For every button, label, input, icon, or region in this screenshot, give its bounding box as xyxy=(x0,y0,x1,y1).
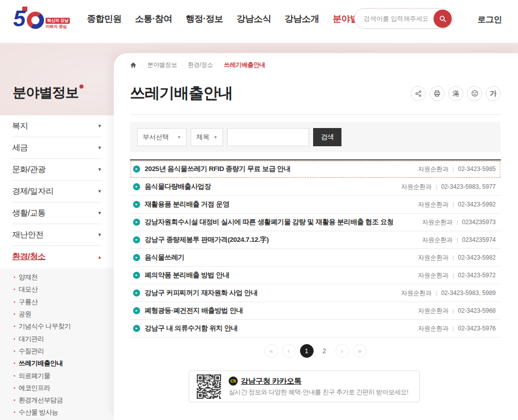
satisfaction-button[interactable] xyxy=(467,86,482,101)
arrow-icon: ▸ xyxy=(133,289,140,297)
main-nav-item[interactable]: 종합민원 xyxy=(84,11,124,27)
logo-number-5: 5 xyxy=(13,8,25,30)
sidebar-submenu-item[interactable]: •양재천 xyxy=(0,271,114,283)
top-header: 5 혁신의 강남 미래의 중심 종합민원소통·참여행정·정보강남소식강남소개분야… xyxy=(0,0,518,43)
board-row[interactable]: ▸폐의약품 분리배출 방법 안내자원순환과|02-3423-5972 xyxy=(130,267,501,284)
sidebar-submenu-item[interactable]: •구룡산 xyxy=(0,296,114,308)
sidebar-submenu-label: 에코인프라 xyxy=(19,384,51,393)
board-row-phone: 02-3423-5992 xyxy=(458,201,496,208)
page-tools: 滿 가 xyxy=(411,86,501,101)
font-size-button[interactable]: 가 xyxy=(486,86,501,101)
board-row[interactable]: ▸강남구 종량제봉투 판매가격(2024.7.12.字)자원순환과|023423… xyxy=(130,231,501,249)
board-row-title[interactable]: 강남구 커피찌꺼기 재자원화 사업 안내 xyxy=(145,288,401,298)
bullet-icon: • xyxy=(14,410,15,415)
main-nav-item[interactable]: 강남소식 xyxy=(234,11,274,27)
printer-icon xyxy=(434,90,441,97)
board-row-title[interactable]: 강남구 내 의류수거함 위치 안내 xyxy=(145,324,418,333)
sidebar-submenu-item[interactable]: •기념식수 나무찾기 xyxy=(0,320,114,332)
sidebar-submenu-item[interactable]: •환경개선부담금 xyxy=(0,394,114,406)
sidebar-menu-item[interactable]: 생활/교통▼ xyxy=(12,202,102,224)
main-nav-item[interactable]: 강남소개 xyxy=(282,11,322,27)
print-button[interactable] xyxy=(429,86,445,101)
hanja-button[interactable]: 滿 xyxy=(448,86,463,101)
board-row[interactable]: ▸재활용품 분리배출 거점 운영자원순환과|02-3423-5992 xyxy=(130,196,501,214)
share-button[interactable] xyxy=(411,86,426,101)
board-search-button[interactable]: 검색 xyxy=(313,128,341,146)
sidebar-submenu-item[interactable]: •대기관리 xyxy=(0,332,114,345)
login-button[interactable]: 로그인 xyxy=(478,14,502,25)
bullet-icon: • xyxy=(14,300,15,305)
breadcrumb-item: 쓰레기배출안내 xyxy=(224,61,265,69)
sidebar-menu-item[interactable]: 문화/관광▼ xyxy=(12,159,102,181)
pagination-page-button[interactable]: 1 xyxy=(300,344,314,358)
search-field-select[interactable]: 제목▼ xyxy=(191,128,223,146)
pagination-first-button[interactable]: « xyxy=(265,344,278,358)
department-select[interactable]: 부서선택▼ xyxy=(137,128,187,146)
meta-separator: | xyxy=(452,308,454,314)
board-row-title[interactable]: 강남자원회수시설 대정비 실시에 따른 생활폐기물 감량 및 재활용 분리배출 … xyxy=(145,218,422,227)
board-row-title[interactable]: 재활용품 분리배출 거점 운영 xyxy=(145,200,418,209)
site-logo[interactable]: 5 혁신의 강남 미래의 중심 xyxy=(13,7,74,36)
pagination-page-button[interactable]: 2 xyxy=(318,344,331,358)
pagination-prev-button[interactable]: ‹ xyxy=(282,344,296,358)
breadcrumb-item[interactable]: 분야별정보 xyxy=(147,61,177,69)
pagination-last-button[interactable]: » xyxy=(353,344,367,358)
sidebar-submenu-item[interactable]: •대모산 xyxy=(0,283,114,296)
chevron-down-icon: ▼ xyxy=(98,189,102,194)
meta-separator: | xyxy=(456,219,458,225)
content-card: ·분야별정보·환경/청소·쓰레기배출안내 쓰레기배출안내 xyxy=(114,53,518,420)
board-row-title[interactable]: 폐형광등·폐건전지 배출방법 안내 xyxy=(145,306,418,315)
board-row[interactable]: ▸강남구 내 의류수거함 위치 안내자원순환과|02-3423-5976 xyxy=(130,320,501,338)
meta-separator: | xyxy=(452,255,454,261)
sidebar-submenu-item[interactable]: •수질관리 xyxy=(0,345,114,357)
arrow-icon: ▸ xyxy=(133,201,140,208)
chevron-down-icon: ▼ xyxy=(98,145,102,150)
sidebar-submenu-item[interactable]: •수산물 방사능 xyxy=(0,406,114,418)
bullet-icon: • xyxy=(14,361,15,366)
board-row[interactable]: ▸2025년 음식물쓰레기 RFID 종량기 무료 보급 안내자원순환과|02-… xyxy=(130,160,501,178)
board-row[interactable]: ▸폐형광등·폐건전지 배출방법 안내자원순환과|02-3423-5968 xyxy=(130,302,501,320)
sidebar-submenu-item[interactable]: •에코인프라 xyxy=(0,382,114,394)
breadcrumb-home[interactable] xyxy=(130,62,137,68)
board-row-phone: 02-3423-5983, 5977 xyxy=(441,183,496,190)
bullet-icon: • xyxy=(14,373,15,379)
bullet-icon: • xyxy=(14,312,15,317)
main-nav-item[interactable]: 행정·정보 xyxy=(183,11,226,27)
sidebar-menu-item[interactable]: 경제/일자리▼ xyxy=(12,181,102,202)
sidebar-submenu-item[interactable]: •쓰레기배출안내 xyxy=(0,357,114,369)
board-row[interactable]: ▸강남구 커피찌꺼기 재자원화 사업 안내자원순환과|02-3423-5983,… xyxy=(130,284,501,302)
header-search-input[interactable] xyxy=(363,11,428,26)
chevron-down-icon: ▼ xyxy=(98,232,102,237)
bullet-icon: • xyxy=(14,324,15,329)
sidebar-menu-item[interactable]: 환경/청소▲ xyxy=(12,246,102,268)
board-row[interactable]: ▸음식물쓰레기자원순환과|02-3423-5982 xyxy=(130,249,501,267)
sidebar-menu-item[interactable]: 복지▼ xyxy=(12,115,102,137)
page: 5 혁신의 강남 미래의 중심 종합민원소통·참여행정·정보강남소식강남소개분야… xyxy=(0,0,518,420)
main-nav-item[interactable]: 소통·참여 xyxy=(132,11,175,27)
meta-separator: | xyxy=(452,272,454,278)
bullet-icon: • xyxy=(14,337,15,342)
board-row[interactable]: ▸강남자원회수시설 대정비 실시에 따른 생활폐기물 감량 및 재활용 분리배출… xyxy=(130,214,501,231)
board-search-input[interactable] xyxy=(227,128,309,146)
board-row-title[interactable]: 음식물쓰레기 xyxy=(145,253,418,262)
board-row[interactable]: ▸음식물다량배출사업장자원순환과|02-3423-5983, 5977 xyxy=(130,178,501,196)
sidebar-menu-item[interactable]: 세금▼ xyxy=(12,137,102,159)
pagination-next-button[interactable]: › xyxy=(335,344,349,358)
sidebar-submenu-item[interactable]: •공원 xyxy=(0,308,114,320)
board-row-meta: 자원순환과|02-3423-5968 xyxy=(418,307,496,315)
board-row-title[interactable]: 2025년 음식물쓰레기 RFID 종량기 무료 보급 안내 xyxy=(145,164,418,174)
header-search-button[interactable] xyxy=(434,10,452,28)
breadcrumb-item[interactable]: 환경/청소 xyxy=(188,61,213,69)
sidebar-menu-item[interactable]: 재난안전▼ xyxy=(12,224,102,246)
board-row-title[interactable]: 폐의약품 분리배출 방법 안내 xyxy=(145,271,418,280)
bullet-icon: • xyxy=(14,287,15,292)
home-icon xyxy=(130,62,137,68)
kakao-channel-link[interactable]: 강남구청 카카오톡 xyxy=(241,376,301,386)
sidebar-submenu-item[interactable]: •의료폐기물 xyxy=(0,369,114,382)
board-row-phone: 02-3423-5968 xyxy=(458,307,496,314)
smile-icon xyxy=(471,90,479,97)
board-row-title[interactable]: 강남구 종량제봉투 판매가격(2024.7.12.字) xyxy=(145,235,422,244)
board-row-department: 자원순환과 xyxy=(422,218,452,227)
board-row-title[interactable]: 음식물다량배출사업장 xyxy=(145,182,401,191)
arrow-icon: ▸ xyxy=(133,325,140,332)
